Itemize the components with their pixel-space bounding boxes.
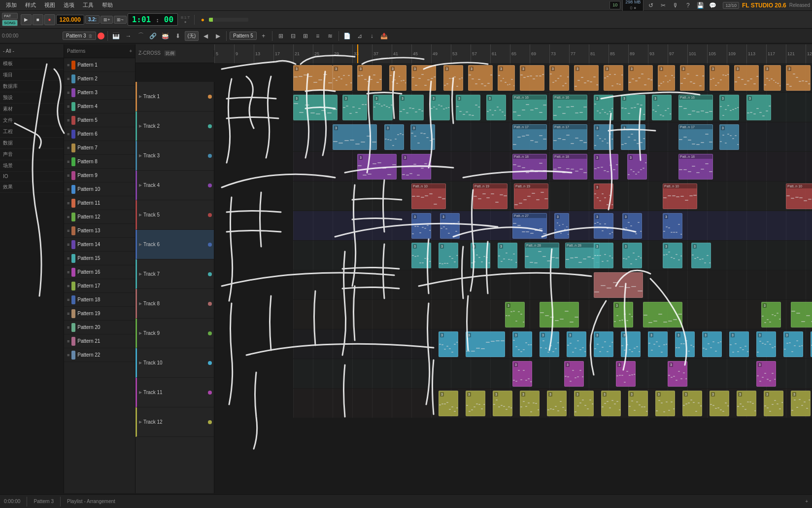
pattern-block-114[interactable]: 3	[564, 361, 584, 387]
pattern-block-58[interactable]: Patt..n 10	[411, 183, 446, 209]
pattern-block-29[interactable]: Patt..n 16	[553, 95, 587, 120]
track-header-2[interactable]: ▶ Track 2	[135, 111, 214, 141]
export-icon[interactable]: 📤	[379, 31, 390, 41]
pattern-block-89[interactable]: 3	[613, 302, 633, 327]
pattern-block-133[interactable]: 3	[791, 391, 811, 416]
pattern-item-5[interactable]: ≡ Pattern 5	[64, 113, 135, 127]
pattern-block-128[interactable]: 3	[655, 391, 675, 416]
pattern-item-11[interactable]: ≡ Pattern 11	[64, 196, 135, 210]
pattern-block-125[interactable]: 3	[574, 391, 594, 416]
pattern-item-21[interactable]: ≡ Pattern 21	[64, 334, 135, 348]
pattern-block-35[interactable]: 3	[746, 95, 771, 120]
pattern-block-66[interactable]: 3	[411, 213, 431, 239]
pattern-block-61[interactable]: 3	[594, 183, 613, 209]
pattern-item-20[interactable]: ≡ Pattern 20	[64, 321, 135, 334]
pattern-block-59[interactable]: Patt..n 19	[473, 183, 508, 209]
add-pattern-btn[interactable]: +	[805, 499, 808, 504]
track-expand-5[interactable]: ▶	[139, 213, 142, 217]
save-icon[interactable]: 💾	[695, 0, 706, 11]
sidebar-item-assets[interactable]: 素材	[0, 104, 64, 115]
pattern-block-99[interactable]: 3	[567, 331, 586, 357]
menu-item-add[interactable]: 添加	[2, 0, 21, 10]
pattern-block-27[interactable]: 3	[486, 95, 506, 120]
pattern-block-12[interactable]: 3	[628, 65, 653, 91]
pattern-block-83[interactable]: 3	[691, 243, 711, 268]
file-icon[interactable]: 📄	[342, 31, 353, 41]
plus-icon[interactable]: +	[258, 31, 269, 41]
pattern-block-2[interactable]: 3	[357, 65, 382, 91]
sidebar-item-presets[interactable]: 预设	[0, 92, 64, 104]
menu-item-tools[interactable]: 工具	[79, 0, 98, 10]
record-button[interactable]: ●	[44, 14, 55, 25]
pattern-block-91[interactable]: 3	[761, 302, 781, 327]
pattern-block-62[interactable]: Patt..n 10	[663, 183, 697, 209]
pattern-block-72[interactable]: 3	[663, 213, 682, 239]
pattern-block-9[interactable]: 3	[549, 65, 569, 91]
pattern-block-71[interactable]: 3	[622, 213, 642, 239]
pattern-block-100[interactable]: 3	[594, 331, 613, 357]
sidebar-item-sounds[interactable]: 声音	[0, 149, 64, 160]
pattern-block-104[interactable]: 3	[702, 331, 722, 357]
pattern-block-127[interactable]: 3	[628, 391, 648, 416]
sidebar-item-data[interactable]: 数据	[0, 138, 64, 149]
pattern-block-15[interactable]: 3	[710, 65, 729, 91]
pattern-block-31[interactable]: 3	[621, 95, 645, 120]
pattern-block-22[interactable]: 3	[342, 95, 367, 120]
track-expand-1[interactable]: ▶	[139, 94, 142, 99]
sidebar-item-template[interactable]: 模板	[0, 58, 64, 70]
pattern-block-26[interactable]: 3	[456, 95, 480, 120]
pattern-block-102[interactable]: 3	[648, 331, 668, 357]
pattern-block-122[interactable]: 3	[493, 391, 512, 416]
track-row-10[interactable]: 333333333333333333	[293, 329, 812, 359]
pattern-block-24[interactable]: 3	[399, 95, 424, 120]
pattern-block-123[interactable]: 3	[520, 391, 540, 416]
tempo-display[interactable]: 120.000	[56, 15, 84, 25]
track-header-7[interactable]: ▶ Track 7	[135, 259, 214, 289]
pattern-item-8[interactable]: ≡ Pattern 8	[64, 155, 135, 169]
pattern-block-106[interactable]: 3	[756, 331, 776, 357]
pattern-block-49[interactable]: 3	[357, 154, 397, 180]
pattern-block-28[interactable]: Patt..n 16	[512, 95, 547, 120]
pattern-block-11[interactable]: 3	[604, 65, 623, 91]
pattern-block-21[interactable]: 3	[293, 95, 338, 120]
pattern-item-13[interactable]: ≡ Pattern 13	[64, 224, 135, 238]
pattern-item-4[interactable]: ≡ Pattern 4	[64, 100, 135, 113]
pattern-block-23[interactable]: 3	[373, 95, 393, 120]
pattern-block-78[interactable]: Patt..n 28	[525, 243, 559, 268]
pattern-block-116[interactable]: 3	[668, 361, 687, 387]
song-btn[interactable]: SONG	[2, 20, 18, 26]
pattern-item-2[interactable]: ≡ Pattern 2	[64, 72, 135, 86]
play-button[interactable]: ▶	[21, 14, 32, 25]
pattern-block-46[interactable]: 3	[719, 124, 739, 150]
split-icon[interactable]: ⊟	[288, 31, 299, 41]
pattern-block-76[interactable]: 3	[471, 243, 490, 268]
track-expand-12[interactable]: ▶	[139, 420, 142, 424]
pattern-block-80[interactable]: 3	[594, 243, 613, 268]
pattern-block-30[interactable]: 3	[594, 95, 613, 120]
none-label[interactable]: (无)	[185, 31, 199, 41]
track-header-1[interactable]: ▶ Track 1	[135, 82, 214, 111]
pattern-block-7[interactable]: 3	[498, 65, 515, 91]
track-expand-9[interactable]: ▶	[139, 331, 142, 335]
pattern-block-8[interactable]: 3	[520, 65, 544, 91]
pattern-label[interactable]: Pattern 3 🗑	[63, 32, 96, 40]
refresh-icon[interactable]: ↺	[645, 0, 656, 11]
pattern-item-22[interactable]: ≡ Pattern 22	[64, 348, 135, 362]
pattern-block-4[interactable]: 3	[411, 65, 436, 91]
pattern-block-1[interactable]: 3	[333, 65, 352, 91]
pattern-block-113[interactable]: 3	[512, 361, 532, 387]
filter-icon[interactable]: ⊿	[354, 31, 365, 41]
mixer-icon[interactable]: ≡	[312, 31, 323, 41]
track-expand-6[interactable]: ▶	[139, 242, 142, 247]
pattern-block-45[interactable]: Patt..n 17	[678, 124, 713, 150]
pattern-block-54[interactable]: 3	[627, 154, 647, 180]
pattern-block-82[interactable]: 3	[663, 243, 682, 268]
pattern-item-12[interactable]: ≡ Pattern 12	[64, 210, 135, 224]
pattern-block-52[interactable]: Patt..n 18	[553, 154, 587, 180]
pattern-block-34[interactable]: 3	[719, 95, 739, 120]
track-header-10[interactable]: ▶ Track 10	[135, 348, 214, 378]
pattern-block-86[interactable]	[594, 272, 643, 298]
track-expand-8[interactable]: ▶	[139, 301, 142, 306]
curve-icon[interactable]: ⌒	[135, 31, 146, 41]
track-header-6[interactable]: ▶ Track 6	[135, 230, 214, 259]
